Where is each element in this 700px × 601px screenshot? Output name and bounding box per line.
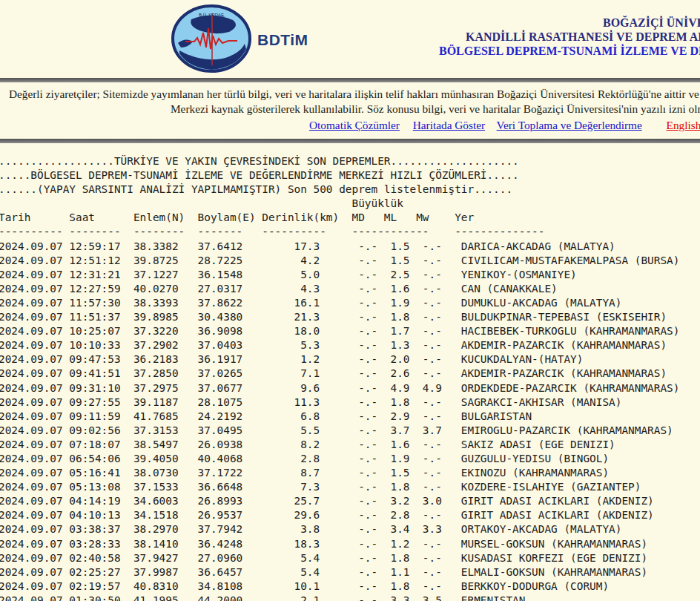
- divider-top: [0, 78, 700, 82]
- bdtim-logo: B.Ü. KRDAE: [171, 4, 252, 76]
- table-row: 2024.09.07 04:14:19 34.6003 26.8993 25.7…: [0, 494, 679, 508]
- link-otomatik-cozumler[interactable]: Otomatik Çözümler: [309, 119, 400, 131]
- list-header-line: ..................TÜRKİYE VE YAKIN ÇEVRE…: [0, 154, 679, 168]
- table-row: 2024.09.07 11:57:30 38.3393 37.8622 16.1…: [0, 296, 679, 310]
- logo-top-text: B.Ü. KRDAE: [199, 13, 224, 17]
- center-title: BÖLGESEL DEPREM-TSUNAMİ İZLEME VE DEĞERL…: [439, 45, 700, 58]
- list-header-line: Büyüklük: [0, 197, 679, 211]
- table-row: 2024.09.07 11:51:37 39.8985 30.4380 21.3…: [0, 310, 679, 324]
- table-row: 2024.09.07 09:47:53 36.2183 36.1917 1.2 …: [0, 352, 679, 367]
- table-row: 2024.09.07 12:51:12 39.8725 28.7225 4.2 …: [0, 254, 679, 268]
- table-row: 2024.09.07 10:10:33 37.2902 37.0403 5.3 …: [0, 338, 679, 352]
- list-header-line: ......(YAPAY SARSINTI ANALİZİ YAPILMAMIŞ…: [0, 183, 679, 197]
- table-row: 2024.09.07 04:10:13 34.1518 26.9537 29.6…: [0, 508, 679, 522]
- table-row: 2024.09.07 02:19:57 40.8310 34.8108 10.1…: [0, 579, 679, 594]
- table-row: 2024.09.07 03:38:37 38.2970 37.7942 3.8 …: [0, 522, 679, 536]
- table-row: 2024.09.07 05:13:08 37.1533 36.6648 7.3 …: [0, 480, 679, 494]
- globe-seismogram-icon: B.Ü. KRDAE: [171, 4, 252, 73]
- table-row: 2024.09.07 12:31:21 37.1227 36.1548 5.0 …: [0, 268, 679, 282]
- institute-title: KANDİLLİ RASATHANESİ VE DEPREM ARAŞTIRMA…: [466, 30, 700, 44]
- table-row: 2024.09.07 06:54:06 39.4050 40.4068 2.8 …: [0, 452, 679, 466]
- table-row: 2024.09.07 01:30:50 41.1995 44.2000 2.1 …: [0, 594, 679, 601]
- page-root: { "header": { "logo_label": "BDTiM", "lo…: [0, 0, 700, 601]
- list-header-line: ---------- -------- -------- ------- ---…: [0, 225, 679, 239]
- link-english[interactable]: English (USA): [667, 119, 700, 131]
- table-row: 2024.09.07 10:25:07 37.3220 36.9098 18.0…: [0, 324, 679, 338]
- university-title: BOĞAZİÇİ ÜNİVERSİTESİ: [603, 16, 700, 30]
- nav-links: Otomatik Çözümler Haritada Göster Veri T…: [309, 119, 700, 132]
- list-header-line: Tarih Saat Enlem(N) Boylam(E) Derinlik(k…: [0, 211, 679, 225]
- table-row: 2024.09.07 02:40:58 37.9427 27.0960 5.4 …: [0, 551, 679, 565]
- table-row: 2024.09.07 07:18:07 38.5497 26.0938 8.2 …: [0, 438, 679, 452]
- logo-wordmark: BDTiM: [257, 31, 308, 49]
- table-row: 2024.09.07 09:31:10 37.2975 37.0677 9.6 …: [0, 381, 679, 395]
- link-veri-toplama[interactable]: Veri Toplama ve Değerlendirme: [497, 119, 642, 131]
- table-row: 2024.09.07 03:28:33 38.1410 36.4248 18.3…: [0, 537, 679, 551]
- table-row: 2024.09.07 09:11:59 41.7685 24.2192 6.8 …: [0, 410, 679, 424]
- earthquake-list: ..................TÜRKİYE VE YAKIN ÇEVRE…: [0, 154, 679, 601]
- table-row: 2024.09.07 09:02:56 37.3153 37.0495 5.5 …: [0, 424, 679, 438]
- copyright-notice-line2: Merkezi kaynak gösterilerek kullanılabil…: [171, 102, 700, 116]
- table-row: 2024.09.07 02:25:27 37.9987 36.6457 5.4 …: [0, 565, 679, 579]
- table-row: 2024.09.07 05:16:41 38.0730 37.1722 8.7 …: [0, 466, 679, 480]
- divider-bottom: [0, 139, 700, 143]
- link-haritada-goster[interactable]: Haritada Göster: [413, 119, 485, 131]
- table-row: 2024.09.07 09:27:55 39.1187 28.1075 11.3…: [0, 395, 679, 410]
- list-header-line: .....BÖLGESEL DEPREM-TSUNAMİ İZLEME VE D…: [0, 168, 679, 183]
- copyright-notice-line1: Değerli ziyaretçiler; Sitemizde yayımlan…: [9, 88, 700, 101]
- table-row: 2024.09.07 12:59:17 38.3382 37.6412 17.3…: [0, 240, 679, 254]
- table-row: 2024.09.07 12:27:59 40.0270 27.0317 4.3 …: [0, 282, 679, 296]
- table-row: 2024.09.07 09:41:51 37.2850 37.0265 7.1 …: [0, 367, 679, 381]
